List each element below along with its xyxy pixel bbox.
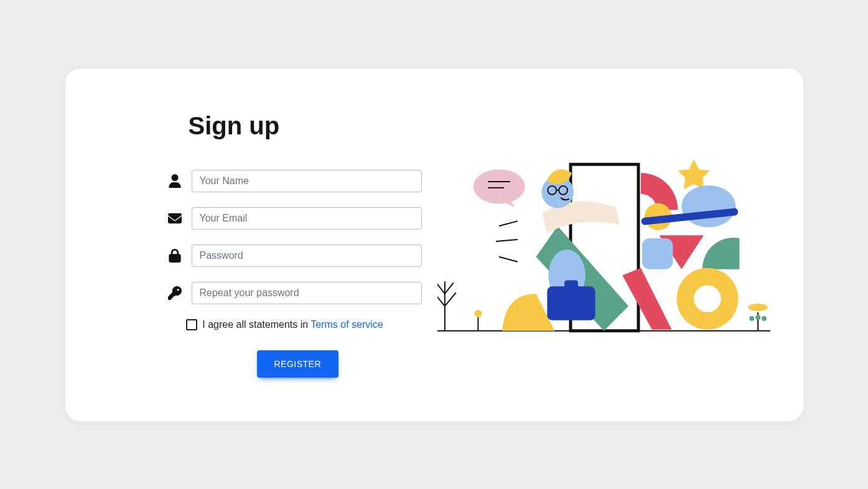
- svg-marker-15: [678, 159, 710, 189]
- password-input[interactable]: [192, 244, 422, 267]
- email-input[interactable]: [192, 207, 422, 230]
- repeat-password-input[interactable]: [192, 282, 422, 304]
- svg-line-4: [437, 282, 445, 294]
- svg-line-10: [496, 240, 518, 241]
- svg-line-5: [444, 282, 453, 294]
- name-input[interactable]: [192, 170, 422, 192]
- name-row: [167, 170, 422, 192]
- page-title: Sign up: [189, 112, 422, 140]
- illustration-column: [434, 151, 773, 338]
- svg-line-9: [499, 221, 518, 226]
- svg-point-35: [748, 304, 768, 311]
- svg-point-22: [694, 285, 721, 312]
- repeat-password-row: [167, 282, 422, 304]
- user-icon: [167, 173, 183, 189]
- svg-rect-29: [547, 286, 595, 320]
- email-row: [167, 207, 422, 230]
- svg-line-2: [437, 292, 445, 306]
- svg-point-32: [755, 315, 760, 320]
- svg-rect-20: [642, 238, 673, 269]
- signup-illustration: [437, 151, 770, 338]
- svg-rect-30: [564, 280, 578, 289]
- agree-row: I agree all statements in Terms of servi…: [148, 319, 422, 330]
- lock-icon: [167, 248, 183, 264]
- svg-line-11: [499, 257, 518, 262]
- envelope-icon: [167, 210, 183, 226]
- svg-point-13: [474, 310, 482, 317]
- signup-card: Sign up: [65, 68, 803, 421]
- svg-line-3: [444, 292, 455, 306]
- svg-point-16: [681, 185, 735, 227]
- agree-checkbox[interactable]: [186, 319, 197, 330]
- svg-point-33: [749, 316, 754, 321]
- password-row: [167, 244, 422, 267]
- key-icon: [167, 285, 183, 301]
- agree-label: I agree all statements in Terms of servi…: [202, 319, 383, 330]
- agree-text-prefix: I agree all statements in: [202, 319, 310, 330]
- terms-link[interactable]: Terms of service: [310, 319, 383, 330]
- form-column: Sign up: [95, 112, 434, 378]
- svg-point-6: [473, 169, 525, 203]
- svg-point-34: [762, 316, 767, 321]
- register-button[interactable]: Register: [257, 350, 339, 378]
